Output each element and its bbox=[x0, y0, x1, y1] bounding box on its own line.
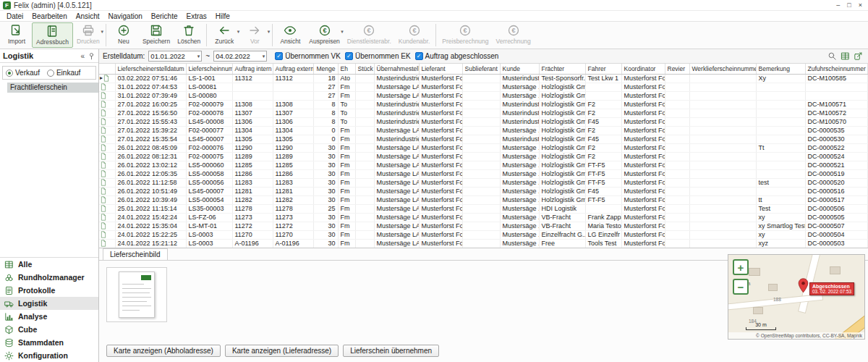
nav-stammdaten[interactable]: Stammdaten bbox=[0, 336, 98, 349]
table-row[interactable]: 27.01.2022 15:35:54LS45-0000711305113050… bbox=[99, 135, 868, 143]
toolbar-label: Löschen bbox=[177, 38, 200, 45]
table-row[interactable]: 27.01.2022 16:00:25F02-00007911308113088… bbox=[99, 100, 868, 109]
nav-rundholzmanager[interactable]: Rundholzmanager bbox=[0, 271, 98, 284]
nav-protokolle[interactable]: Protokolle bbox=[0, 284, 98, 297]
cell: 25 bbox=[313, 204, 338, 213]
radio-verkauf[interactable]: Verkauf bbox=[6, 69, 40, 77]
menu-bearbeiten[interactable]: Bearbeiten bbox=[28, 12, 70, 20]
menu-navigation[interactable]: Navigation bbox=[105, 12, 146, 20]
maximize-button[interactable]: □ bbox=[847, 1, 851, 9]
dropdown-caret-icon[interactable]: ▾ bbox=[268, 29, 271, 35]
collapse-panel-icon[interactable]: « bbox=[80, 52, 85, 60]
col-auftrag-extern[interactable]: Auftrag extern bbox=[273, 64, 313, 74]
doc-icon bbox=[101, 83, 106, 90]
table-row[interactable]: 24.01.2022 15:22:25LS-0003112701127030Fm… bbox=[99, 230, 868, 239]
toolbar-ansicht[interactable]: Ansicht bbox=[275, 22, 305, 48]
col-koordinator[interactable]: Koordinator bbox=[621, 64, 665, 74]
cell bbox=[665, 230, 689, 239]
radio-einkauf[interactable]: Einkauf bbox=[47, 69, 80, 77]
table-row[interactable]: 27.01.2022 15:55:43LS45-0000811306113068… bbox=[99, 117, 868, 126]
col-lieferscheinnummer[interactable]: Lieferscheinnummer bbox=[186, 64, 232, 74]
table-row[interactable]: 26.01.2022 08:45:09F02-00007611290112903… bbox=[99, 143, 868, 152]
grid-icon[interactable] bbox=[841, 51, 850, 61]
toolbar-speichern[interactable]: Speichern bbox=[139, 22, 174, 48]
search-icon[interactable] bbox=[827, 51, 837, 61]
col-fahrer[interactable]: Fahrer bbox=[585, 64, 621, 74]
toolbar-zurück[interactable]: ▾Zurück bbox=[209, 22, 239, 48]
table-row[interactable]: 26.01.2022 12:05:35LS5-00005811286112863… bbox=[99, 169, 868, 178]
menu-extras[interactable]: Extras bbox=[182, 12, 210, 20]
map-zoom-out-button[interactable]: − bbox=[733, 279, 749, 295]
col-zufuhrscheinnummer[interactable]: Zufuhrscheinnummer bbox=[805, 64, 868, 74]
button-karte-anzeigen-abholadresse[interactable]: Karte anzeigen (Abholadresse) bbox=[106, 345, 221, 357]
delivery-note-preview[interactable] bbox=[106, 267, 167, 322]
cell: DC-M100570 bbox=[805, 117, 868, 126]
nav-analyse[interactable]: Analyse bbox=[0, 310, 98, 323]
toolbar-import[interactable]: Import bbox=[1, 22, 32, 48]
col-werklieferscheinnummer[interactable]: Werklieferscheinnummer bbox=[689, 64, 756, 74]
col-kunde[interactable]: Kunde bbox=[500, 64, 539, 74]
checkbox-auftrag-abgeschlossen[interactable]: ✓Auftrag abgeschlossen bbox=[415, 52, 499, 60]
col-menge[interactable]: Menge bbox=[313, 64, 338, 74]
menu-berichte[interactable]: Berichte bbox=[148, 12, 182, 20]
table-row[interactable]: 27.01.2022 15:39:22F02-00007711304113040… bbox=[99, 126, 868, 135]
toolbar-adressbuch[interactable]: Adressbuch bbox=[32, 22, 73, 48]
col-bemerkung[interactable]: Bemerkung bbox=[756, 64, 805, 74]
nav-cube[interactable]: Cube bbox=[0, 323, 98, 336]
col-eh[interactable]: Eh bbox=[338, 64, 355, 74]
table-row[interactable]: 31.01.2022 07:44:53LS-0008127FmMustersäg… bbox=[99, 83, 868, 91]
menu-ansicht[interactable]: Ansicht bbox=[72, 12, 103, 20]
doc-icon bbox=[101, 205, 106, 212]
tab-lieferscheinbild[interactable]: Lieferscheinbild bbox=[103, 248, 168, 260]
menu-datei[interactable]: Datei bbox=[3, 12, 27, 20]
chevron-down-icon[interactable]: ▾ bbox=[197, 54, 200, 59]
col-auftrag-intern[interactable]: Auftrag intern bbox=[232, 64, 273, 74]
cell: LS-MT-01 bbox=[186, 222, 232, 230]
table-row[interactable]: 27.01.2022 15:56:50F02-00007811307113078… bbox=[99, 109, 868, 117]
table-row[interactable]: 25.01.2022 11:15:14LS35-0000311278112782… bbox=[99, 204, 868, 213]
col-lieferscheinerstelldatum[interactable]: Lieferscheinerstelldatum bbox=[115, 64, 186, 74]
col-sublieferant[interactable]: Sublieferant bbox=[462, 64, 500, 74]
close-button[interactable]: × bbox=[859, 1, 862, 9]
table-row[interactable]: 26.01.2022 08:12:31F02-00007511289112893… bbox=[99, 152, 868, 161]
dropdown-caret-icon[interactable]: ▾ bbox=[101, 29, 103, 35]
table-row[interactable]: 26.01.2022 10:39:49LS5-00005411282112823… bbox=[99, 195, 868, 204]
col-lieferant[interactable]: Lieferant bbox=[419, 64, 462, 74]
minimize-button[interactable]: – bbox=[836, 1, 840, 9]
export-icon[interactable] bbox=[854, 51, 863, 61]
date-to-input[interactable]: 04.02.2022 ▾ bbox=[213, 51, 267, 62]
map[interactable]: 186a 188 184 + − Abgeschlossen 03. 02. 2… bbox=[728, 254, 865, 340]
table-row[interactable]: 31.01.2022 07:39:49LS-0008027FmMustersäg… bbox=[99, 91, 868, 100]
table-row[interactable]: 24.01.2022 15:42:24LS-FZ-06112731127330F… bbox=[99, 213, 868, 222]
nav-konfiguration[interactable]: Konfiguration bbox=[0, 349, 98, 362]
table-row[interactable]: ▸03.02.2022 07:51:46LS-1-001113121131218… bbox=[99, 74, 868, 83]
cell: Mustersäge ... bbox=[500, 195, 539, 204]
checkbox-übernommen-ek[interactable]: ✓Übernommen EK bbox=[345, 52, 411, 60]
table-row[interactable]: 26.01.2022 11:12:58LS5-00005611283112833… bbox=[99, 178, 868, 187]
button-lieferschein-übernehmen[interactable]: Lieferschein übernehmen bbox=[343, 345, 439, 357]
tree-item-frachtlieferschein[interactable]: Frachtlieferschein bbox=[7, 83, 98, 93]
col-frächter[interactable]: Frächter bbox=[539, 64, 585, 74]
checkbox-übernommen-vk[interactable]: ✓Übernommen VK bbox=[275, 52, 341, 60]
pin-icon[interactable] bbox=[88, 52, 95, 60]
toolbar-neu[interactable]: Neu bbox=[109, 22, 139, 48]
cell bbox=[585, 204, 621, 213]
table-row[interactable]: 26.01.2022 10:51:49LS45-0000711281112813… bbox=[99, 187, 868, 195]
nav-alle[interactable]: Alle bbox=[0, 258, 98, 271]
menu-hilfe[interactable]: Hilfe bbox=[212, 12, 234, 20]
toolbar-auspreisen[interactable]: €▾Auspreisen bbox=[305, 22, 344, 48]
chevron-down-icon[interactable]: ▾ bbox=[263, 54, 265, 59]
date-from-input[interactable]: 01.01.2022 ▾ bbox=[148, 51, 202, 62]
toolbar-löschen[interactable]: Löschen bbox=[174, 22, 204, 48]
table-row[interactable]: 24.01.2022 15:21:12LS-0003A-01196A-01196… bbox=[99, 239, 868, 248]
col-revier[interactable]: Revier bbox=[665, 64, 689, 74]
table-row[interactable]: 24.01.2022 15:35:04LS-MT-01112721127230F… bbox=[99, 222, 868, 230]
nav-logistik[interactable]: Logistik bbox=[0, 297, 98, 310]
map-marker-icon[interactable] bbox=[798, 278, 809, 293]
table-row[interactable]: 26.01.2022 13:02:12LS5-00006011285112853… bbox=[99, 161, 868, 169]
col-stück[interactable]: Stück bbox=[355, 64, 374, 74]
cell bbox=[232, 91, 273, 100]
map-zoom-in-button[interactable]: + bbox=[733, 259, 749, 275]
button-karte-anzeigen-lieferadresse[interactable]: Karte anzeigen (Lieferadresse) bbox=[225, 345, 339, 357]
col-übernahmestelle[interactable]: Übernahmestelle bbox=[374, 64, 419, 74]
